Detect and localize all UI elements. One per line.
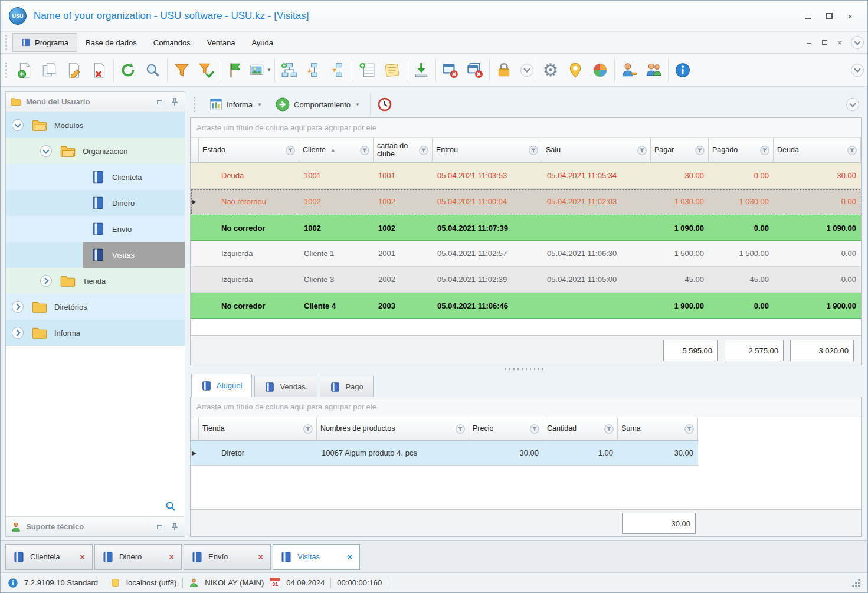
cell-saiu[interactable]: 05.04.2021 11:05:34 bbox=[542, 163, 651, 189]
expand-tree-button[interactable] bbox=[326, 57, 351, 84]
cell-pagado[interactable]: 0.00 bbox=[709, 293, 774, 319]
cell-pagado[interactable]: 45.00 bbox=[709, 267, 774, 293]
user-access-button[interactable] bbox=[617, 57, 641, 84]
cell-estado[interactable]: No corredor bbox=[199, 293, 299, 319]
menubar-options-icon[interactable] bbox=[851, 36, 864, 49]
filter-icon[interactable] bbox=[529, 146, 538, 155]
delete-record-button[interactable] bbox=[87, 57, 112, 84]
window-tab-visitas[interactable]: Visitas × bbox=[273, 544, 360, 570]
column-header-pagado[interactable]: Pagado bbox=[709, 138, 774, 163]
cell-saiu[interactable] bbox=[542, 293, 651, 319]
close-icon[interactable]: × bbox=[841, 9, 859, 23]
image-button[interactable]: ▼ bbox=[248, 57, 273, 84]
sidebar-item-dinero[interactable]: Dinero bbox=[6, 190, 185, 216]
cell-pagar[interactable]: 1 500.00 bbox=[651, 241, 709, 267]
add-row-button[interactable] bbox=[355, 57, 380, 84]
cell-cantidad[interactable]: 1.00 bbox=[543, 441, 618, 466]
cell-deuda[interactable]: 1 900.00 bbox=[774, 293, 861, 319]
table-row[interactable]: Deuda 1001 1001 05.04.2021 11:03:53 05.0… bbox=[191, 163, 861, 189]
close-icon[interactable]: × bbox=[169, 552, 174, 562]
cell-pagar[interactable]: 45.00 bbox=[651, 267, 709, 293]
filter-icon[interactable] bbox=[286, 146, 295, 155]
column-header-entrou[interactable]: Entrou bbox=[433, 138, 542, 163]
cell-cliente[interactable]: 1002 bbox=[299, 189, 374, 215]
cell-entrou[interactable]: 05.04.2021 11:03:53 bbox=[433, 163, 542, 189]
close-all-windows-button[interactable] bbox=[463, 57, 487, 84]
notes-button[interactable] bbox=[380, 57, 405, 84]
sidebar-item-modulos[interactable]: Módulos bbox=[6, 112, 185, 138]
cell-deuda[interactable]: 0.00 bbox=[774, 189, 861, 215]
window-tab-envio[interactable]: Envío × bbox=[184, 544, 271, 570]
expand-icon[interactable] bbox=[40, 275, 52, 287]
pin-icon[interactable] bbox=[169, 97, 180, 107]
table-row[interactable]: Izquierda Cliente 1 2001 05.04.2021 11:0… bbox=[191, 241, 861, 267]
cell-estado[interactable]: Não retornou bbox=[199, 189, 299, 215]
cell-cartao[interactable]: 2002 bbox=[374, 267, 433, 293]
filter-apply-button[interactable] bbox=[194, 57, 219, 84]
cell-estado[interactable]: Izquierda bbox=[199, 241, 299, 267]
sidebar-item-organizacion[interactable]: Organización bbox=[6, 138, 185, 164]
menu-comandos[interactable]: Comandos bbox=[145, 34, 199, 51]
menu-ayuda[interactable]: Ayuda bbox=[243, 34, 281, 51]
tree-levels-button[interactable] bbox=[277, 57, 302, 84]
detail-row-selected[interactable]: ▶ Diretor 10067 Algum produto 4, pcs 30.… bbox=[191, 441, 698, 466]
close-icon[interactable]: × bbox=[347, 552, 352, 562]
add-record-button[interactable] bbox=[12, 57, 37, 84]
column-header-tienda[interactable]: Tienda bbox=[199, 417, 317, 441]
expand-icon[interactable] bbox=[12, 301, 24, 313]
cell-entrou[interactable]: 05.04.2021 11:06:46 bbox=[433, 293, 542, 319]
comportamiento-dropdown[interactable]: Comportamiento ▼ bbox=[270, 94, 365, 114]
cell-pagar[interactable]: 30.00 bbox=[651, 163, 709, 189]
edit-record-button[interactable] bbox=[62, 57, 87, 84]
cell-saiu[interactable] bbox=[542, 215, 651, 241]
toolbar-grip[interactable] bbox=[194, 97, 197, 112]
cell-tienda[interactable]: Diretor bbox=[199, 441, 317, 466]
sidebar-item-envio[interactable]: Envío bbox=[6, 216, 185, 242]
tab-pago[interactable]: Pago bbox=[320, 376, 373, 397]
cell-estado[interactable]: Izquierda bbox=[199, 267, 299, 293]
collapse-tree-button[interactable] bbox=[302, 57, 326, 84]
column-header-estado[interactable]: Estado bbox=[199, 138, 299, 163]
group-options-icon[interactable] bbox=[516, 57, 534, 84]
cell-cliente[interactable]: Cliente 3 bbox=[299, 267, 374, 293]
filter-icon[interactable] bbox=[637, 146, 647, 155]
cell-deuda[interactable]: 0.00 bbox=[774, 241, 861, 267]
cell-deuda[interactable]: 1 090.00 bbox=[774, 215, 861, 241]
sidebar-item-clientela[interactable]: Clientela bbox=[6, 164, 185, 190]
chevron-down-icon[interactable]: ▼ bbox=[267, 67, 271, 73]
column-header-cliente[interactable]: Cliente▲ bbox=[299, 138, 374, 163]
table-row[interactable]: No corredor Cliente 4 2003 05.04.2021 11… bbox=[191, 293, 861, 319]
table-row[interactable]: Izquierda Cliente 3 2002 05.04.2021 11:0… bbox=[191, 267, 861, 293]
window-tab-dinero[interactable]: Dinero × bbox=[94, 544, 182, 570]
filter-icon[interactable] bbox=[760, 146, 769, 155]
informa-dropdown[interactable]: Informa ▼ bbox=[204, 95, 267, 114]
cell-deuda[interactable]: 0.00 bbox=[774, 267, 861, 293]
copy-record-button[interactable] bbox=[37, 57, 62, 84]
column-header-pagar[interactable]: Pagar bbox=[651, 138, 709, 163]
filter-icon[interactable] bbox=[530, 424, 539, 434]
cell-cliente[interactable]: 1001 bbox=[299, 163, 374, 189]
cell-saiu[interactable]: 05.04.2021 11:05:00 bbox=[542, 267, 651, 293]
toolbar-options-icon[interactable] bbox=[851, 64, 864, 77]
cell-pagado[interactable]: 1 030.00 bbox=[709, 189, 774, 215]
sidebar-item-visitas[interactable]: Visitas bbox=[6, 242, 185, 268]
column-header-suma[interactable]: Suma bbox=[618, 417, 698, 441]
mdi-minimize-icon[interactable]: – bbox=[801, 36, 817, 49]
cell-pagado[interactable]: 1 500.00 bbox=[709, 241, 774, 267]
column-header-productos[interactable]: Nombres de productos bbox=[317, 417, 469, 441]
support-panel-header[interactable]: Suporte técnico bbox=[6, 516, 185, 536]
cell-pagado[interactable]: 0.00 bbox=[709, 163, 774, 189]
cell-cliente[interactable]: Cliente 1 bbox=[299, 241, 374, 267]
column-header-saiu[interactable]: Saiu bbox=[542, 138, 651, 163]
column-header-cantidad[interactable]: Cantidad bbox=[543, 417, 618, 441]
refresh-button[interactable] bbox=[116, 57, 140, 84]
close-icon[interactable]: × bbox=[80, 552, 85, 562]
cell-saiu[interactable]: 05.04.2021 11:02:03 bbox=[542, 189, 651, 215]
toolbar-grip[interactable] bbox=[5, 63, 9, 78]
filter-icon[interactable] bbox=[360, 146, 369, 155]
minimize-icon[interactable] bbox=[799, 9, 817, 23]
float-panel-icon[interactable] bbox=[154, 97, 165, 107]
cell-cartao[interactable]: 1001 bbox=[374, 163, 433, 189]
filter-icon[interactable] bbox=[695, 146, 705, 155]
sidebar-item-tienda[interactable]: Tienda bbox=[6, 268, 185, 294]
